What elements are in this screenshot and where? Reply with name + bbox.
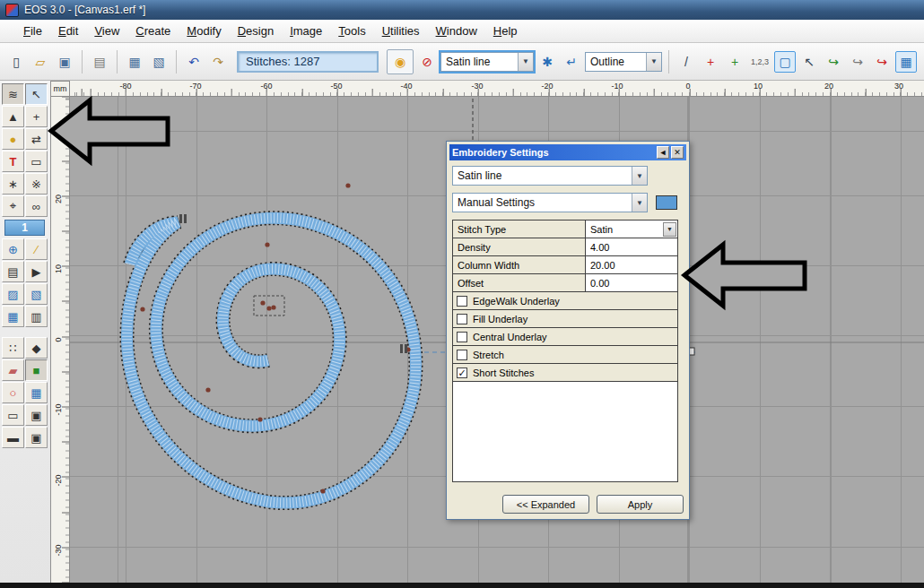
- curve-add-3-icon[interactable]: ↪: [871, 51, 893, 73]
- stop-icon[interactable]: ⊘: [416, 51, 438, 73]
- menu-edit[interactable]: Edit: [51, 22, 85, 40]
- pattern-3-tool[interactable]: ▦: [2, 306, 24, 327]
- numbering-icon[interactable]: 1,2,3: [748, 57, 771, 66]
- simulate-tool[interactable]: ▶: [25, 261, 48, 282]
- ruler-tool[interactable]: ▬: [2, 427, 24, 448]
- menu-modify[interactable]: Modify: [179, 22, 228, 40]
- ruler-label: -20: [536, 82, 558, 91]
- collapse-left-icon[interactable]: ◄: [657, 146, 669, 159]
- pattern-4-tool[interactable]: ▥: [25, 306, 48, 327]
- curve-pointer-tool[interactable]: ↖: [25, 83, 48, 105]
- stretch-checkbox[interactable]: [457, 350, 467, 360]
- thread-color-badge[interactable]: 1: [4, 220, 45, 236]
- checkbox-row-fill[interactable]: Fill Underlay: [453, 310, 677, 328]
- monitor-tool[interactable]: ▭: [2, 404, 24, 426]
- redo-icon[interactable]: ↷: [207, 51, 229, 73]
- transform-tool[interactable]: ⇄: [25, 128, 48, 150]
- chevron-down-icon[interactable]: ▼: [632, 194, 647, 212]
- new-document-icon[interactable]: ▯: [5, 51, 27, 73]
- settings-mode-dropdown[interactable]: Manual Settings ▼: [452, 193, 648, 212]
- chevron-down-icon[interactable]: ▼: [518, 53, 533, 71]
- awl-icon[interactable]: /: [676, 51, 697, 73]
- checkbox-row-edgewalk[interactable]: EdgeWalk Underlay: [453, 292, 677, 310]
- checkbox-row-central[interactable]: Central Underlay: [453, 328, 677, 346]
- pattern-1-tool[interactable]: ▨: [2, 283, 24, 305]
- zoom-tool[interactable]: ⊕: [2, 238, 24, 260]
- stitch-style-dropdown[interactable]: Satin line ▼: [440, 52, 534, 72]
- curve-add-2-icon[interactable]: ↪: [847, 51, 868, 73]
- dialog-title-bar[interactable]: Embroidery Settings ◄ ✕: [449, 144, 686, 160]
- note-tool[interactable]: ▣: [25, 404, 48, 426]
- menu-utilities[interactable]: Utilities: [375, 22, 427, 40]
- menu-image[interactable]: Image: [283, 22, 329, 40]
- title-bar[interactable]: EOS 3.0 - [Canvas1.erf *]: [0, 0, 924, 20]
- stitch-edit-tool[interactable]: ≋: [2, 83, 24, 105]
- embroidery-design[interactable]: [126, 218, 415, 503]
- menu-design[interactable]: Design: [231, 22, 281, 40]
- camera-tool[interactable]: ▣: [25, 427, 48, 448]
- undo-icon[interactable]: ↶: [183, 51, 205, 73]
- star-pointer-icon[interactable]: ✱: [536, 51, 558, 73]
- eraser-tool[interactable]: ▰: [2, 359, 24, 381]
- align-tool[interactable]: ∷: [2, 337, 24, 359]
- mirror-tool[interactable]: ∞: [25, 195, 48, 217]
- print-icon[interactable]: ▤: [89, 51, 110, 73]
- copy-icon[interactable]: ▦: [124, 51, 145, 73]
- pencil-tool[interactable]: ∕: [25, 238, 48, 260]
- fill-underlay-checkbox[interactable]: [457, 314, 467, 324]
- open-folder-icon[interactable]: ▱: [30, 51, 51, 73]
- thread-icon[interactable]: ◉: [387, 49, 414, 74]
- prop-value-dropdown[interactable]: Satin ▼: [586, 220, 677, 238]
- checkbox-row-stretch[interactable]: Stretch: [453, 346, 677, 364]
- menu-tools[interactable]: Tools: [331, 22, 372, 40]
- node-edit-tool[interactable]: +: [25, 106, 48, 127]
- pick-tool[interactable]: ⌖: [2, 195, 24, 217]
- menu-help[interactable]: Help: [486, 22, 525, 40]
- text-tool[interactable]: T: [2, 151, 24, 172]
- green-square-tool[interactable]: ■: [25, 359, 48, 381]
- edgewalk-checkbox[interactable]: [457, 296, 467, 307]
- prop-value-input[interactable]: 4.00: [586, 238, 677, 255]
- magic-tool[interactable]: ※: [25, 173, 48, 195]
- pattern-2-tool[interactable]: ▧: [25, 283, 48, 305]
- add-green-icon[interactable]: +: [724, 51, 745, 73]
- short-stitches-checkbox[interactable]: ✓: [457, 368, 467, 378]
- grid-panel-icon[interactable]: ▦: [895, 51, 917, 73]
- marquee-select-icon[interactable]: ▢: [774, 51, 796, 73]
- pan-tool[interactable]: ◆: [25, 337, 48, 359]
- chevron-down-icon[interactable]: ▼: [663, 222, 676, 237]
- thread-color-swatch[interactable]: [656, 195, 677, 210]
- selection-box[interactable]: [254, 296, 284, 316]
- apply-button[interactable]: Apply: [597, 495, 684, 514]
- curve-add-icon[interactable]: ↪: [823, 51, 844, 73]
- prop-value-input[interactable]: 0.00: [586, 274, 677, 291]
- paste-icon[interactable]: ▧: [148, 51, 170, 73]
- sequence-tool[interactable]: ▤: [2, 261, 24, 282]
- menu-create[interactable]: Create: [128, 22, 178, 40]
- save-icon[interactable]: ▣: [54, 51, 75, 73]
- close-icon[interactable]: ✕: [671, 146, 684, 159]
- prop-value-input[interactable]: 20.00: [586, 256, 677, 273]
- expanded-button[interactable]: << Expanded: [502, 495, 589, 514]
- add-red-icon[interactable]: +: [700, 51, 721, 73]
- checkbox-row-short-stitches[interactable]: ✓ Short Stitches: [453, 364, 677, 382]
- central-underlay-checkbox[interactable]: [457, 332, 467, 342]
- return-arrow-icon[interactable]: ↵: [561, 51, 582, 73]
- object-type-dropdown[interactable]: Satin line ▼: [452, 166, 648, 186]
- chevron-down-icon[interactable]: ▼: [646, 53, 661, 71]
- outline-dropdown[interactable]: Outline ▼: [585, 52, 662, 72]
- grid-toggle-tool[interactable]: ▦: [25, 382, 48, 403]
- ellipse-tool[interactable]: ○: [2, 382, 24, 403]
- shape-tool[interactable]: ▭: [25, 151, 48, 172]
- stitch-count-field[interactable]: Stitches: 1287: [237, 51, 379, 73]
- pointer-box-icon[interactable]: ↖: [798, 51, 820, 73]
- ruler-label: -70: [185, 82, 206, 91]
- chevron-down-icon[interactable]: ▼: [632, 167, 647, 185]
- freehand-tool[interactable]: ●: [2, 128, 24, 150]
- menu-window[interactable]: Window: [429, 22, 484, 40]
- select-tool[interactable]: ▲: [2, 106, 24, 127]
- menu-view[interactable]: View: [87, 22, 126, 40]
- knife-tool[interactable]: ∗: [2, 173, 24, 195]
- menu-file[interactable]: File: [16, 22, 49, 40]
- embroidery-settings-dialog[interactable]: Embroidery Settings ◄ ✕ Satin line ▼ Man…: [446, 141, 690, 520]
